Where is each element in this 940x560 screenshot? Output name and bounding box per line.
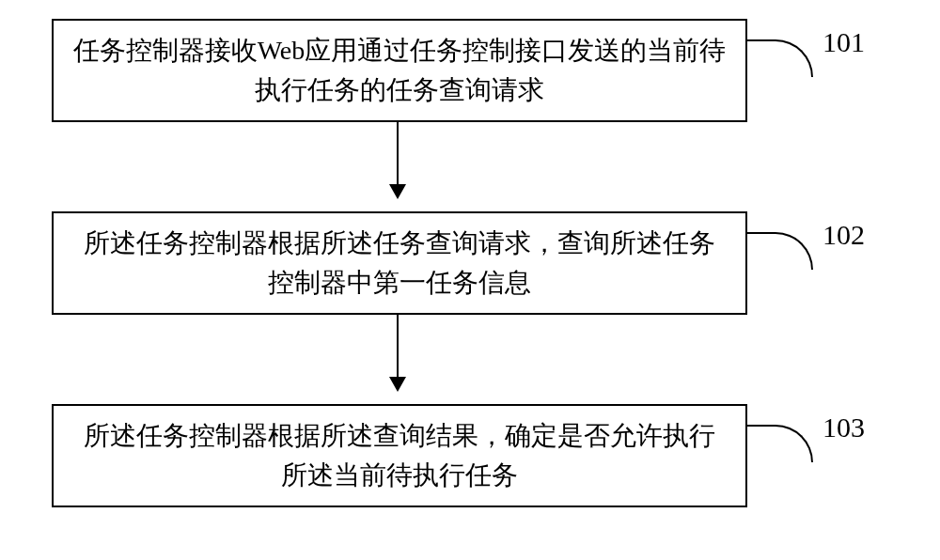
step-box-3: 所述任务控制器根据所述查询结果，确定是否允许执行所述当前待执行任务 (52, 404, 747, 507)
step-box-1: 任务控制器接收Web应用通过任务控制接口发送的当前待执行任务的任务查询请求 (52, 19, 747, 122)
arrow-1-to-2 (397, 122, 399, 197)
step-label-3: 103 (822, 412, 865, 443)
step-box-2: 所述任务控制器根据所述任务查询请求，查询所述任务控制器中第一任务信息 (52, 211, 747, 315)
step-label-2: 102 (822, 219, 865, 251)
flowchart-container: 任务控制器接收Web应用通过任务控制接口发送的当前待执行任务的任务查询请求 10… (0, 0, 940, 560)
step-label-1: 101 (822, 26, 865, 58)
step-text-1: 任务控制器接收Web应用通过任务控制接口发送的当前待执行任务的任务查询请求 (72, 31, 727, 110)
connector-2 (747, 232, 813, 270)
connector-3 (747, 425, 813, 462)
connector-1 (747, 39, 813, 77)
step-text-2: 所述任务控制器根据所述任务查询请求，查询所述任务控制器中第一任务信息 (72, 224, 727, 303)
step-text-3: 所述任务控制器根据所述查询结果，确定是否允许执行所述当前待执行任务 (72, 416, 727, 495)
arrow-2-to-3 (397, 315, 399, 390)
